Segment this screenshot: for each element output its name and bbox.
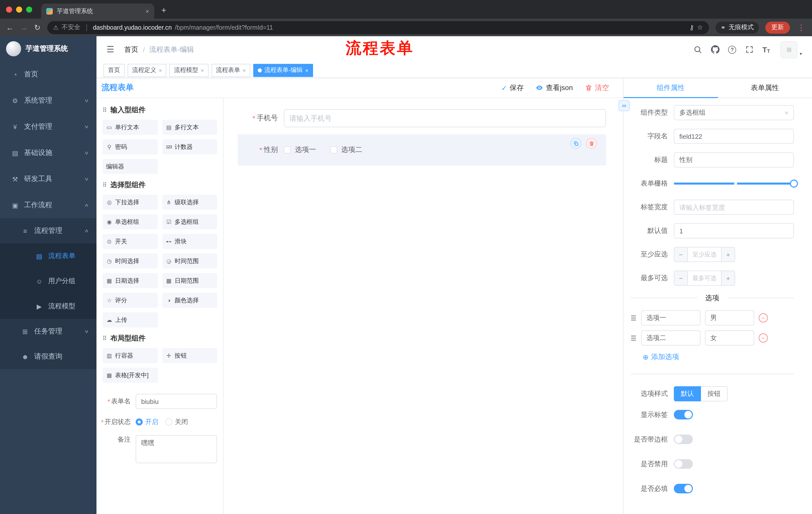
sidebar-item-workflow[interactable]: ▣ 工作流程 ∧ <box>0 192 96 218</box>
search-icon[interactable] <box>693 45 702 54</box>
option-1-name-input[interactable] <box>641 310 700 325</box>
github-icon[interactable] <box>710 45 720 54</box>
option-2-value-input[interactable] <box>705 330 754 346</box>
status-closed-radio[interactable]: 关闭 <box>165 417 188 427</box>
style-button-button[interactable]: 按钮 <box>701 386 728 401</box>
remove-option-button[interactable]: − <box>758 333 767 343</box>
drag-handle-icon[interactable]: ☰ <box>631 334 636 342</box>
field-name-input[interactable] <box>674 129 794 144</box>
url-input[interactable]: ⚠ 不安全 dashboard.yudao.iocoder.cn /bpm/ma… <box>47 21 709 34</box>
sidebar-item-system-mgmt[interactable]: ⚙ 系统管理 ∨ <box>0 87 96 114</box>
tag-home[interactable]: 首页 <box>104 64 125 77</box>
default-value-input[interactable] <box>674 223 794 238</box>
palette-chip-time-picker[interactable]: ◷时间选择 <box>103 253 157 269</box>
show-label-toggle[interactable] <box>674 410 693 420</box>
close-window-button[interactable] <box>6 6 12 12</box>
border-toggle[interactable] <box>674 435 693 444</box>
palette-chip-cascader[interactable]: ⋔级联选择 <box>162 195 217 210</box>
sidebar-item-process-model[interactable]: ▶ 流程模型 <box>0 294 96 319</box>
sidebar-item-infrastructure[interactable]: ▤ 基础设施 ∨ <box>0 140 96 166</box>
palette-chip-color-picker[interactable]: ◑颜色选择 <box>162 293 217 308</box>
breadcrumb-home[interactable]: 首页 <box>124 45 139 54</box>
sidebar-item-leave-query[interactable]: ☻ 请假查询 <box>0 344 96 369</box>
drag-handle-icon[interactable]: ☰ <box>631 314 636 322</box>
tag-process-model[interactable]: 流程模型 × <box>170 64 208 77</box>
user-menu[interactable]: ▦ ▾ <box>781 41 802 58</box>
link-icon[interactable]: ∞ <box>618 100 630 111</box>
palette-chip-multi-line-text[interactable]: ▤多行文本 <box>162 120 217 135</box>
gender-option-1-checkbox[interactable]: 选项一 <box>284 145 316 154</box>
tab-component-props[interactable]: 组件属性 <box>624 78 718 98</box>
palette-chip-time-range[interactable]: ◶时间范围 <box>162 253 217 269</box>
form-name-input[interactable] <box>136 394 217 409</box>
sidebar-item-payment-mgmt[interactable]: ¥ 支付管理 ∨ <box>0 114 96 140</box>
canvas-field-phone[interactable]: *手机号 <box>238 109 606 127</box>
sidebar-item-user-groups[interactable]: ☺ 用户分组 <box>0 269 96 294</box>
form-remark-textarea[interactable]: 嘿嘿 <box>136 435 217 463</box>
tag-process-form-edit[interactable]: 流程表单-编辑 × <box>254 64 313 77</box>
palette-chip-row-container[interactable]: ▥行容器 <box>103 348 157 363</box>
label-width-input[interactable] <box>674 200 794 215</box>
zoom-window-button[interactable] <box>26 6 32 12</box>
close-icon[interactable]: × <box>201 67 204 73</box>
palette-chip-rate[interactable]: ☆评分 <box>103 293 157 308</box>
key-icon[interactable]: ⚷ <box>689 24 694 31</box>
gender-option-2-checkbox[interactable]: 选项二 <box>330 145 362 154</box>
copy-component-button[interactable] <box>570 138 581 149</box>
new-tab-button[interactable]: + <box>161 5 166 16</box>
browser-tab[interactable]: 芋道管理系统 × <box>41 3 154 19</box>
help-icon[interactable]: ? <box>728 46 736 54</box>
palette-chip-slider[interactable]: ⊷滑块 <box>162 234 217 249</box>
phone-input[interactable] <box>284 109 606 127</box>
tag-process-form[interactable]: 流程表单 × <box>211 64 251 77</box>
min-select-value[interactable]: 至少应选 <box>688 247 721 262</box>
decrease-button[interactable]: − <box>674 247 688 262</box>
palette-chip-switch[interactable]: ⊙开关 <box>103 234 157 249</box>
decrease-button[interactable]: − <box>674 271 688 285</box>
reload-icon[interactable]: ↻ <box>34 23 40 32</box>
slider-handle[interactable] <box>790 180 798 188</box>
title-input[interactable] <box>674 153 794 167</box>
palette-chip-date-picker[interactable]: ▦日期选择 <box>103 273 157 288</box>
palette-chip-button[interactable]: ✛按钮 <box>162 348 217 363</box>
fullscreen-icon[interactable] <box>745 45 754 54</box>
increase-button[interactable]: + <box>721 271 735 285</box>
minimize-window-button[interactable] <box>16 6 22 12</box>
sidebar-item-process-form[interactable]: ▤ 流程表单 <box>0 243 96 269</box>
grid-slider[interactable] <box>674 176 794 191</box>
palette-chip-table[interactable]: ▦表格[开发中] <box>103 368 157 383</box>
sidebar-item-process-mgmt[interactable]: ≡ 流程管理 ∧ <box>0 218 96 243</box>
close-icon[interactable]: × <box>159 67 162 73</box>
add-option-button[interactable]: ⊕ 添加选项 <box>643 353 794 361</box>
sidebar-item-task-mgmt[interactable]: ⊞ 任务管理 ∨ <box>0 319 96 344</box>
palette-chip-single-line-text[interactable]: ▭单行文本 <box>103 120 157 135</box>
browser-menu-icon[interactable]: ⋮ <box>796 23 806 32</box>
required-toggle[interactable] <box>674 484 693 493</box>
tab-form-props[interactable]: 表单属性 <box>718 78 812 98</box>
palette-chip-counter[interactable]: 123计数器 <box>162 139 217 154</box>
option-2-name-input[interactable] <box>641 330 700 346</box>
palette-chip-radio-group[interactable]: ◉单选框组 <box>103 214 157 229</box>
option-1-value-input[interactable] <box>705 310 754 325</box>
tag-process-definition[interactable]: 流程定义 × <box>127 64 167 77</box>
increase-button[interactable]: + <box>721 247 735 262</box>
close-tab-icon[interactable]: × <box>145 7 149 15</box>
disabled-toggle[interactable] <box>674 459 693 469</box>
palette-chip-upload[interactable]: ☁上传 <box>103 312 157 327</box>
palette-chip-dropdown[interactable]: ◎下拉选择 <box>103 195 157 210</box>
sidebar-item-home[interactable]: ◔ 首页 <box>0 61 96 87</box>
bookmark-star-icon[interactable]: ☆ <box>697 24 703 31</box>
hamburger-icon[interactable]: ☰ <box>104 44 117 55</box>
style-default-button[interactable]: 默认 <box>674 386 701 401</box>
palette-chip-password[interactable]: ⚲密码 <box>103 139 157 154</box>
canvas-field-gender-selected[interactable]: *性别 选项一 选项二 <box>238 134 606 165</box>
component-type-select[interactable]: 多选框组∨ <box>674 105 794 120</box>
status-open-radio[interactable]: 开启 <box>136 417 158 427</box>
clear-button[interactable]: 清空 <box>585 83 609 92</box>
close-icon[interactable]: × <box>305 67 309 73</box>
update-button[interactable]: 更新 <box>765 21 790 33</box>
delete-component-button[interactable] <box>586 138 597 149</box>
palette-chip-checkbox-group[interactable]: ☑多选框组 <box>162 214 217 229</box>
remove-option-button[interactable]: − <box>758 313 767 322</box>
font-size-icon[interactable]: TT <box>762 45 770 54</box>
